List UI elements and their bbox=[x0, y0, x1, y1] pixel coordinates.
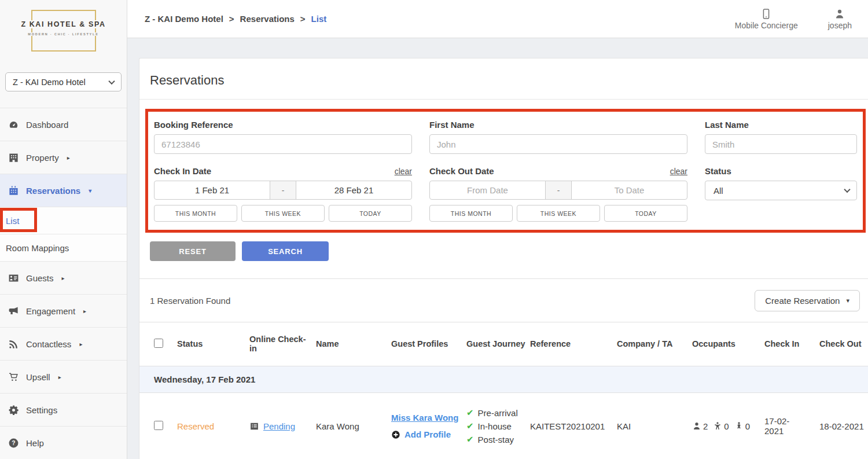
sidebar-menu: Dashboard Property ▸ Reservations ▾ List… bbox=[0, 108, 127, 459]
check-in-date: 17-02-2021 bbox=[759, 416, 805, 436]
mobile-concierge-button[interactable]: Mobile Concierge bbox=[735, 8, 798, 30]
check-out-quick-buttons: THIS MONTH THIS WEEK TODAY bbox=[429, 205, 687, 222]
select-all-checkbox-cell bbox=[139, 339, 174, 350]
check-in-clear-link[interactable]: clear bbox=[395, 167, 412, 176]
user-icon bbox=[834, 8, 845, 20]
first-name-input[interactable] bbox=[429, 134, 687, 154]
guest-profiles-cell: Miss Kara Wong Add Profile bbox=[388, 413, 464, 439]
check-out-date-range: - bbox=[429, 181, 687, 200]
page-title: Reservations bbox=[139, 58, 868, 100]
filter-actions: RESET SEARCH bbox=[150, 241, 868, 261]
guests-card-icon bbox=[8, 273, 19, 284]
breadcrumb-separator: > bbox=[300, 14, 306, 24]
sidebar-item-engagement[interactable]: Engagement ▸ bbox=[0, 294, 127, 327]
sidebar-item-contactless[interactable]: Contactless ▸ bbox=[0, 327, 127, 360]
chevron-down-icon: ▾ bbox=[89, 188, 91, 194]
chevron-down-icon: ▾ bbox=[846, 297, 849, 304]
check-out-today-button[interactable]: TODAY bbox=[604, 205, 687, 222]
infant-count: 0 bbox=[745, 421, 750, 431]
row-checkbox-cell bbox=[139, 421, 174, 432]
journey-post-stay: ✔ Post-stay bbox=[466, 434, 527, 445]
column-header-status: Status bbox=[174, 339, 247, 348]
child-icon bbox=[713, 421, 722, 431]
create-reservation-label: Create Reservation bbox=[765, 296, 840, 306]
breadcrumb-hotel[interactable]: Z - KAI Demo Hotel bbox=[145, 14, 223, 24]
results-count: 1 Reservation Found bbox=[150, 296, 230, 306]
filter-col-1: Booking Reference Check In Date clear - bbox=[154, 117, 412, 222]
reservation-reference: KAITEST20210201 bbox=[527, 421, 614, 431]
check-in-this-month-button[interactable]: THIS MONTH bbox=[154, 205, 237, 222]
sidebar-item-room-mappings[interactable]: Room Mappings bbox=[0, 234, 127, 261]
check-out-this-month-button[interactable]: THIS MONTH bbox=[429, 205, 513, 222]
check-icon: ✔ bbox=[466, 434, 474, 445]
check-in-to-input[interactable] bbox=[296, 181, 411, 199]
check-out-to-input[interactable] bbox=[572, 181, 687, 199]
check-out-from-input[interactable] bbox=[430, 181, 545, 199]
checkin-form-icon bbox=[249, 421, 259, 431]
dashboard-icon bbox=[8, 119, 19, 130]
sidebar-item-label: Property bbox=[26, 153, 59, 163]
status-badge: Reserved bbox=[174, 421, 247, 431]
chevron-right-icon: ▸ bbox=[67, 155, 70, 161]
hotel-selector-wrap: Z - KAI Demo Hotel bbox=[5, 72, 122, 91]
sidebar-item-upsell[interactable]: Upsell ▸ bbox=[0, 360, 127, 393]
sidebar-item-dashboard[interactable]: Dashboard bbox=[0, 108, 127, 141]
online-checkin-pending-link[interactable]: Pending bbox=[263, 421, 295, 431]
mobile-concierge-label: Mobile Concierge bbox=[735, 21, 798, 30]
adults-count-pair: 2 bbox=[692, 421, 708, 431]
sidebar-item-label: Room Mappings bbox=[6, 243, 69, 253]
column-header-online-checkin: Online Check-in bbox=[247, 335, 313, 353]
infant-count-pair: 0 bbox=[734, 421, 750, 431]
sidebar-item-help[interactable]: ? Help bbox=[0, 426, 127, 459]
journey-label: In-house bbox=[478, 421, 512, 431]
column-header-occupants: Occupants bbox=[689, 339, 759, 348]
sidebar-item-reservations[interactable]: Reservations ▾ bbox=[0, 174, 127, 207]
plus-circle-icon bbox=[391, 430, 400, 439]
hotel-selector[interactable]: Z - KAI Demo Hotel bbox=[5, 72, 122, 91]
chevron-right-icon: ▸ bbox=[79, 341, 82, 347]
sidebar-item-property[interactable]: Property ▸ bbox=[0, 141, 127, 174]
check-in-from-input[interactable] bbox=[155, 181, 270, 199]
breadcrumb-reservations[interactable]: Reservations bbox=[240, 14, 295, 24]
guest-name: Kara Wong bbox=[313, 421, 388, 431]
guest-profile-link[interactable]: Miss Kara Wong bbox=[391, 413, 458, 423]
reservations-card: Reservations Booking Reference Check In … bbox=[139, 58, 868, 459]
sidebar-item-label: Engagement bbox=[26, 306, 75, 316]
check-in-quick-buttons: THIS MONTH THIS WEEK TODAY bbox=[154, 205, 412, 222]
sidebar-item-label: Upsell bbox=[26, 372, 50, 382]
column-header-check-in: Check In bbox=[759, 339, 805, 348]
sidebar-item-list[interactable]: List bbox=[0, 207, 127, 234]
check-out-clear-link[interactable]: clear bbox=[670, 167, 687, 176]
add-profile-label: Add Profile bbox=[404, 429, 451, 439]
status-select[interactable]: All bbox=[705, 181, 857, 200]
user-menu[interactable]: joseph bbox=[828, 8, 852, 30]
select-all-checkbox[interactable] bbox=[154, 339, 163, 348]
search-button[interactable]: SEARCH bbox=[242, 241, 329, 261]
check-in-today-button[interactable]: TODAY bbox=[329, 205, 412, 222]
booking-reference-input[interactable] bbox=[154, 134, 412, 154]
add-profile-button[interactable]: Add Profile bbox=[391, 429, 451, 439]
sidebar-item-guests[interactable]: Guests ▸ bbox=[0, 261, 127, 294]
baby-icon bbox=[734, 421, 744, 431]
svg-text:?: ? bbox=[12, 440, 15, 446]
sidebar-item-label: Help bbox=[26, 438, 44, 448]
table-row[interactable]: Reserved Pending Kara Wong Miss Kara Won… bbox=[139, 393, 868, 459]
journey-label: Post-stay bbox=[478, 435, 514, 445]
reset-button[interactable]: RESET bbox=[150, 241, 236, 261]
column-header-check-out: Check Out bbox=[805, 339, 868, 348]
sidebar-item-settings[interactable]: Settings bbox=[0, 393, 127, 426]
check-in-this-week-button[interactable]: THIS WEEK bbox=[241, 205, 325, 222]
table-header: Status Online Check-in Name Guest Profil… bbox=[139, 322, 868, 366]
row-checkbox[interactable] bbox=[154, 421, 163, 430]
chevron-right-icon: ▸ bbox=[83, 308, 86, 314]
column-header-name: Name bbox=[313, 339, 388, 348]
first-name-label: First Name bbox=[429, 120, 475, 130]
create-reservation-button[interactable]: Create Reservation ▾ bbox=[755, 290, 860, 311]
breadcrumb-list: List bbox=[311, 14, 327, 24]
status-select-wrap: All bbox=[705, 181, 857, 200]
check-out-this-week-button[interactable]: THIS WEEK bbox=[517, 205, 600, 222]
calendar-icon bbox=[8, 185, 19, 196]
filter-grid: Booking Reference Check In Date clear - bbox=[154, 117, 857, 222]
last-name-input[interactable] bbox=[705, 134, 857, 154]
topbar-tools: Mobile Concierge joseph bbox=[735, 8, 852, 30]
